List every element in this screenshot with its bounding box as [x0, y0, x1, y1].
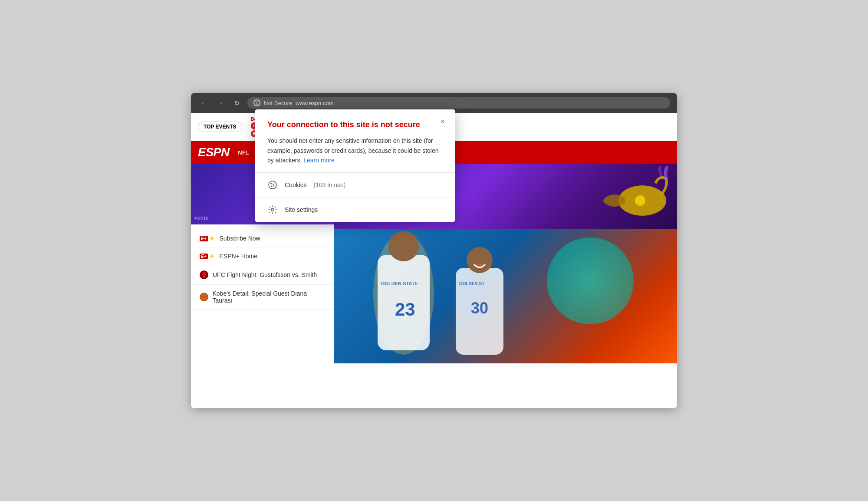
espnplus-home-label: ESPN+ Home: [220, 253, 258, 260]
kobe-label: Kobe's Detail: Special Guest Diana Taura…: [213, 290, 326, 304]
address-bar[interactable]: ℹ Not Secure www.espn.com: [247, 97, 670, 109]
menu-kobe[interactable]: 🏀 Kobe's Detail: Special Guest Diana Tau…: [191, 285, 334, 310]
sidebar-menu: E+ ⚡ Subscribe Now E+ ⚡ ESPN+ Home 🥊: [191, 224, 334, 315]
svg-point-1: [271, 183, 272, 184]
subscribe-label: Subscribe Now: [220, 235, 260, 242]
svg-point-2: [273, 183, 274, 185]
menu-espnplus-home[interactable]: E+ ⚡ ESPN+ Home: [191, 247, 334, 265]
not-secure-label: Not Secure: [264, 100, 292, 106]
back-button[interactable]: ←: [198, 97, 209, 109]
svg-text:GOLDEN ST: GOLDEN ST: [459, 281, 484, 286]
menu-subscribe[interactable]: E+ ⚡ Subscribe Now: [191, 230, 334, 247]
site-settings-icon: [267, 204, 278, 215]
espn-plus-subscribe-icon: E+ ⚡: [200, 235, 215, 241]
promo-year: ©2019: [194, 216, 209, 221]
popup-header: Your connection to this site is not secu…: [255, 109, 455, 172]
svg-point-3: [271, 185, 273, 187]
url-text: www.espn.com: [296, 100, 333, 106]
basketball-bg: 23 GOLDEN STATE 30 GOLDEN ST: [334, 229, 677, 363]
ufc-label: UFC Fight Night: Gustafsson vs. Smith: [213, 271, 317, 278]
site-settings-label: Site settings: [285, 206, 318, 213]
svg-point-5: [271, 208, 274, 211]
security-icon: ℹ: [253, 99, 260, 106]
forward-button[interactable]: →: [214, 97, 226, 109]
svg-text:30: 30: [471, 299, 488, 317]
close-button[interactable]: ×: [437, 115, 449, 128]
svg-point-16: [467, 247, 493, 273]
espn-plus-home-icon: E+ ⚡: [200, 253, 215, 259]
popup-body: You should not enter any sensitive infor…: [267, 136, 443, 165]
basketball-icon: 🏀: [200, 293, 208, 301]
refresh-button[interactable]: ↻: [231, 97, 242, 109]
svg-point-4: [273, 185, 275, 186]
svg-text:GOLDEN STATE: GOLDEN STATE: [381, 281, 418, 286]
ufc-icon: 🥊: [200, 270, 208, 279]
browser-window: ← → ↻ ℹ Not Secure www.espn.com Your con…: [191, 93, 677, 408]
site-settings-menu-item[interactable]: Site settings: [255, 198, 455, 222]
genie-lamp-svg: [573, 166, 668, 227]
espn-logo: ESPN: [198, 145, 229, 159]
basketball-area: 23 GOLDEN STATE 30 GOLDEN ST: [334, 229, 677, 363]
svg-point-12: [388, 231, 419, 261]
cookies-icon: [267, 180, 278, 190]
security-popup: Your connection to this site is not secu…: [255, 109, 455, 222]
top-events-button[interactable]: TOP EVENTS: [198, 122, 242, 132]
svg-point-7: [635, 195, 645, 206]
nav-nfl[interactable]: NFL: [238, 149, 249, 156]
cookies-count: (109 in use): [314, 181, 346, 188]
espn-logo-text: ESPN: [198, 145, 229, 159]
svg-point-0: [269, 181, 276, 189]
teal-orb: [547, 237, 634, 324]
cookies-menu-item[interactable]: Cookies (109 in use): [255, 173, 455, 198]
menu-ufc[interactable]: 🥊 UFC Fight Night: Gustafsson vs. Smith: [191, 265, 334, 285]
popup-title: Your connection to this site is not secu…: [267, 120, 443, 130]
page-content: Your connection to this site is not secu…: [191, 113, 677, 408]
svg-text:23: 23: [395, 299, 415, 320]
cookies-label: Cookies: [285, 181, 307, 188]
popup-body-text: You should not enter any sensitive infor…: [267, 137, 439, 164]
learn-more-link[interactable]: Learn more: [303, 157, 335, 164]
